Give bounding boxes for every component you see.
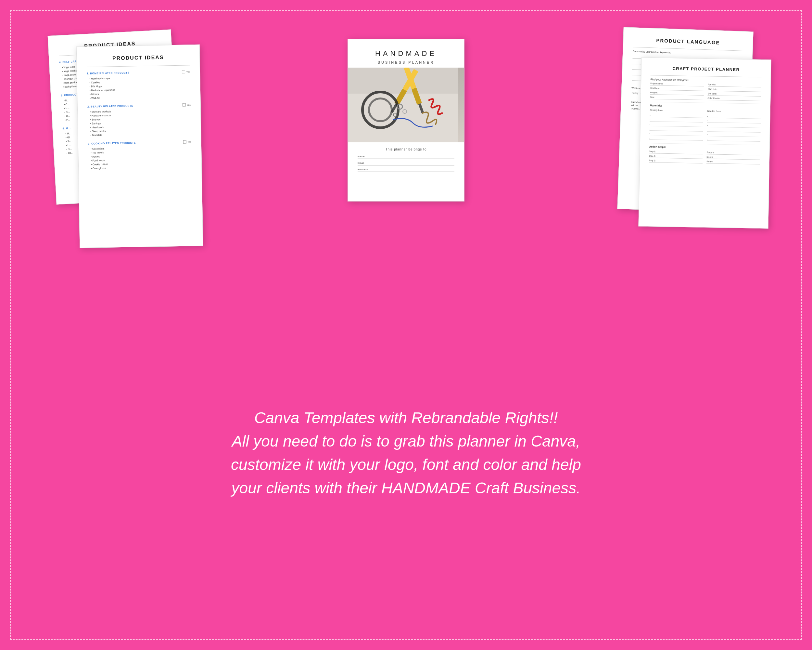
for-who-field: For who: (708, 83, 761, 87)
cover-form-email: Email (358, 162, 454, 165)
section-6-label: 6. H... (63, 127, 70, 130)
material-line: • (707, 136, 760, 142)
bottom-line-1: Canva Templates with Rebrandable Rights!… (231, 406, 581, 430)
section-3-list: Cookie jars Tea towels Aprons Food wraps… (88, 145, 192, 171)
need-to-have-col: Need to have: • • • • • • (707, 110, 761, 142)
bottom-text-area: Canva Templates with Rebrandable Rights!… (205, 406, 607, 500)
step-6-field: Step 6: (707, 160, 760, 164)
yes-box-1: Yes (182, 70, 190, 73)
section-1-header: 1. HOME RELATED PRODUCTS Yes (87, 70, 190, 75)
pattern-field: Pattern: (650, 91, 704, 96)
yes-box-2: Yes (182, 103, 191, 106)
cover-title-area: HANDMADE BUSINESS PLANNER (348, 39, 464, 67)
cover-form-business: Business (358, 168, 454, 172)
color-palette-field: Color Palette: (707, 97, 761, 101)
step-5-field: Step 5: (707, 156, 760, 160)
checkbox-2[interactable] (182, 103, 185, 107)
cover-belongs-text: This planner belongs to (386, 148, 427, 151)
bottom-line-3: customize it with your logo, font and co… (231, 453, 581, 476)
step-4-field: Steps 4: (707, 151, 760, 155)
product-language-title: PRODUCT LANGUAGE (633, 37, 743, 46)
already-have-col: Already have: • • • • • • (649, 109, 704, 141)
materials-label: Materials: (650, 104, 761, 109)
section-2-label: 2. BEAUTY RELATED PRODUCTS (87, 104, 133, 108)
checkbox-1[interactable] (182, 70, 185, 73)
cover-form-name: Name (358, 155, 454, 159)
section-3-label: 3. COOKING RELATED PRODUCTS (88, 141, 136, 145)
page-center: HANDMADE BUSINESS PLANNER (348, 39, 464, 202)
yes-box-3: Yes (183, 140, 191, 143)
end-date-field: End date: (708, 92, 761, 96)
material-line: • (649, 135, 703, 141)
bottom-line-4: your clients with their HANDMADE Craft B… (231, 476, 581, 500)
project-fields-grid: Project name: For who: Craft type: Start… (650, 82, 761, 101)
cover-form-area: Name Email Business (348, 151, 464, 179)
materials-grid: Already have: • • • • • • Need to have: … (649, 109, 761, 142)
instagram-label: Find your hashtags on Instagram: (650, 78, 761, 83)
business-label: Business (358, 168, 374, 171)
checkbox-3[interactable] (183, 140, 186, 143)
craft-tools-svg (348, 67, 458, 142)
steps-grid: Step 1: Steps 4: Step 2: Step 5: Step 3:… (649, 150, 760, 164)
start-date-field: Start date: (708, 88, 761, 92)
name-label: Name (358, 155, 374, 158)
project-name-field: Project name: (650, 82, 704, 86)
section-3-header: 3. COOKING RELATED PRODUCTS Yes (88, 140, 191, 145)
page-front-left: PRODUCT IDEAS 1. HOME RELATED PRODUCTS Y… (76, 44, 203, 248)
bottom-line-2: All you need to do is to grab this plann… (231, 430, 581, 453)
step-3-field: Step 3: (649, 159, 702, 164)
section-1-list: Handmade soaps Candles DIY Mugs Baskets … (87, 75, 190, 101)
size-field: Size: (650, 96, 704, 100)
section-2-header: 2. BEAUTY RELATED PRODUCTS Yes (87, 103, 191, 108)
cover-subtitle: BUSINESS PLANNER (354, 60, 458, 64)
step-1-field: Step 1: (649, 150, 702, 154)
email-label: Email (358, 162, 374, 164)
cover-image (348, 67, 464, 142)
craft-project-planner-title: CRAFT PROJECT PLANNER (650, 66, 762, 72)
craft-type-field: Craft type: (650, 87, 704, 91)
pages-container: PRODUCT IDEAS 4. SELF CARE PRODUCTS Yes … (20, 20, 792, 393)
page-front-right: CRAFT PROJECT PLANNER Find your hashtags… (638, 58, 771, 229)
section-2-list: Skincare products Haircare products Scar… (87, 108, 191, 138)
step-2-field: Step 2: (649, 155, 702, 159)
cover-image-inner (348, 67, 464, 142)
section-1-label: 1. HOME RELATED PRODUCTS (87, 71, 130, 75)
front-left-title: PRODUCT IDEAS (86, 54, 190, 62)
cover-main-title: HANDMADE (354, 49, 458, 58)
action-steps-label: Action Steps: (649, 145, 760, 150)
content-area: PRODUCT IDEAS 4. SELF CARE PRODUCTS Yes … (20, 20, 792, 630)
